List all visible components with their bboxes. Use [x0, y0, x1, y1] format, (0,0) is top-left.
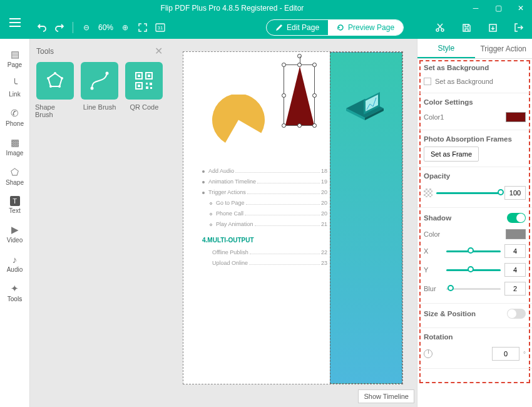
color-settings-title: Color Settings — [424, 98, 526, 106]
shadow-blur-input[interactable] — [504, 282, 526, 296]
nav-image[interactable]: ▩Image — [0, 132, 29, 162]
tools-panel: Tools ✕ Shape Brush Line Brush QR Code — [30, 39, 169, 407]
svg-point-8 — [49, 85, 52, 88]
page-number-button[interactable]: 31 — [153, 21, 167, 34]
color1-label: Color1 — [424, 113, 444, 121]
page-canvas[interactable]: Add Audio18Animation Timeline19Trigger A… — [183, 51, 403, 384]
opacity-slider[interactable] — [436, 192, 501, 194]
rotation-dial-icon[interactable] — [424, 349, 432, 358]
qr-code-tool[interactable]: QR Code — [125, 62, 164, 118]
nav-tools[interactable]: ✦Tools — [0, 278, 29, 307]
svg-rect-18 — [146, 83, 148, 85]
opacity-title: Opacity — [424, 172, 526, 180]
svg-point-5 — [54, 72, 56, 75]
canvas-area[interactable]: Add Audio18Animation Timeline19Trigger A… — [169, 39, 417, 407]
style-tab[interactable]: Style — [417, 39, 475, 58]
shadow-y-input[interactable] — [504, 263, 526, 277]
shape-brush-tool[interactable]: Shape Brush — [35, 62, 74, 118]
color1-swatch[interactable] — [506, 112, 526, 122]
set-as-frame-button[interactable]: Set as Frame — [424, 147, 479, 162]
svg-rect-17 — [138, 85, 140, 87]
zoom-in-button[interactable]: ⊕ — [118, 21, 132, 34]
yellow-shape[interactable] — [207, 95, 267, 150]
show-timeline-button[interactable]: Show Timeline — [358, 389, 414, 403]
nav-video[interactable]: ▶Video — [0, 219, 29, 249]
pencil-icon — [275, 24, 283, 31]
image-icon: ▩ — [9, 137, 21, 148]
shadow-blur-slider[interactable] — [446, 288, 501, 290]
cut-button[interactable] — [433, 21, 447, 34]
top-toolbar: ⊖ 60% ⊕ 31 Edit Page Preview Page — [0, 16, 532, 39]
refresh-icon — [337, 24, 344, 31]
set-bg-title: Set as Background — [424, 64, 526, 71]
undo-button[interactable] — [35, 21, 49, 34]
svg-rect-15 — [148, 75, 150, 77]
nav-text[interactable]: TText — [0, 191, 29, 219]
phone-icon: ✆ — [9, 108, 21, 119]
rotation-title: Rotation — [424, 333, 526, 341]
text-icon: T — [10, 196, 20, 206]
svg-point-6 — [61, 77, 63, 80]
nav-shape[interactable]: ⬠Shape — [0, 162, 29, 191]
shadow-y-slider[interactable] — [446, 269, 501, 271]
shadow-toggle[interactable] — [507, 213, 526, 223]
nav-audio[interactable]: ♪Audio — [0, 249, 29, 278]
svg-point-11 — [105, 72, 108, 75]
nav-page[interactable]: ▤Page — [0, 44, 29, 73]
redo-button[interactable] — [53, 21, 66, 34]
svg-text:31: 31 — [158, 25, 163, 31]
size-pos-toggle[interactable] — [507, 309, 526, 319]
page-icon: ▤ — [9, 49, 21, 60]
shadow-color-swatch[interactable] — [506, 229, 526, 239]
minimize-button[interactable]: ─ — [464, 0, 487, 16]
svg-point-2 — [436, 29, 439, 31]
properties-panel: Style Trigger Action Set as Background S… — [417, 39, 532, 407]
close-button[interactable]: ✕ — [509, 0, 532, 16]
fit-screen-button[interactable] — [136, 21, 150, 34]
nav-link[interactable]: ╰Link — [0, 73, 29, 103]
edit-page-button[interactable]: Edit Page — [267, 20, 328, 35]
tools-title: Tools — [36, 47, 54, 56]
pentagon-icon — [45, 71, 65, 91]
nav-phone[interactable]: ✆Phone — [0, 103, 29, 132]
side-nav: ▤Page ╰Link ✆Phone ▩Image ⬠Shape TText ▶… — [0, 39, 30, 407]
link-icon: ╰ — [9, 78, 21, 90]
mode-switch: Edit Page Preview Page — [266, 19, 404, 36]
zoom-out-button[interactable]: ⊖ — [79, 21, 93, 34]
trigger-action-tab[interactable]: Trigger Action — [475, 39, 533, 58]
shadow-x-input[interactable] — [504, 244, 526, 258]
preview-page-button[interactable]: Preview Page — [328, 20, 403, 35]
opacity-input[interactable] — [504, 186, 526, 200]
close-panel-button[interactable]: ✕ — [155, 45, 163, 57]
qr-icon — [134, 71, 154, 91]
set-bg-checkbox[interactable]: Set as Background — [424, 75, 526, 88]
exit-button[interactable] — [512, 21, 526, 34]
svg-point-10 — [90, 87, 93, 90]
import-button[interactable] — [486, 21, 499, 34]
checker-icon — [424, 188, 432, 197]
save-button[interactable] — [459, 21, 473, 34]
rotation-input[interactable] — [492, 347, 519, 361]
hamburger-menu-button[interactable] — [0, 11, 30, 34]
maximize-button[interactable]: ▢ — [487, 0, 509, 16]
audio-icon: ♪ — [9, 254, 21, 265]
svg-rect-21 — [150, 87, 152, 89]
shadow-title: Shadow — [424, 214, 451, 222]
shadow-x-slider[interactable] — [446, 250, 501, 252]
shape-icon: ⬠ — [9, 167, 21, 178]
title-bar: Flip PDF Plus Pro 4.8.5 Registered - Edi… — [0, 0, 532, 16]
window-title: Flip PDF Plus Pro 4.8.5 Registered - Edi… — [0, 4, 464, 13]
video-icon: ▶ — [9, 224, 21, 235]
svg-point-7 — [58, 85, 61, 88]
size-pos-title: Size & Position — [424, 310, 476, 317]
svg-point-9 — [47, 77, 49, 80]
zoom-level[interactable]: 60% — [97, 23, 115, 32]
line-brush-tool[interactable]: Line Brush — [79, 62, 119, 118]
svg-point-3 — [441, 29, 444, 31]
tools-icon: ✦ — [9, 283, 21, 294]
frames-title: Photo Absorption Frames — [424, 135, 526, 143]
svg-rect-13 — [138, 75, 140, 77]
svg-rect-20 — [146, 86, 148, 89]
laptop-graphic[interactable] — [340, 86, 390, 124]
page-toc: Add Audio18Animation Timeline19Trigger A… — [202, 166, 327, 269]
